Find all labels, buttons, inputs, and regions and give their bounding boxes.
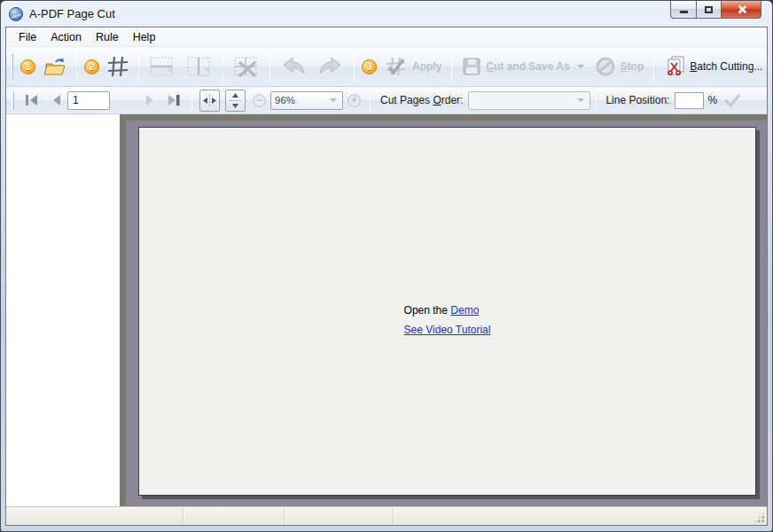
redo-icon: [317, 57, 344, 76]
fit-width-button[interactable]: [199, 90, 220, 112]
toolbar-separator: [191, 90, 192, 110]
chevron-down-icon: [577, 98, 584, 102]
grid-icon: [107, 56, 129, 77]
maximize-icon: [705, 6, 713, 13]
percent-label: %: [707, 94, 717, 106]
status-panel-2: [183, 508, 285, 525]
status-panel-4: [394, 508, 767, 525]
zoom-in-button[interactable]: +: [347, 94, 361, 107]
thumbnail-panel[interactable]: [6, 114, 120, 507]
status-panel-3: [285, 508, 394, 525]
toolbar-separator: [451, 51, 452, 82]
previous-page-icon: [50, 94, 62, 106]
toolbar-separator: [76, 51, 77, 82]
menu-file[interactable]: File: [12, 29, 43, 45]
cut-and-save-as-label: Cut and Save As: [486, 60, 569, 73]
menu-action[interactable]: Action: [43, 29, 89, 45]
minimize-button[interactable]: [670, 1, 696, 19]
open-folder-icon: [43, 57, 66, 76]
welcome-links: Open the Demo See Video Tutorial: [404, 304, 491, 343]
cut-and-save-as-button[interactable]: Cut and Save As: [457, 54, 589, 79]
zoom-out-button[interactable]: −: [253, 94, 266, 107]
step1-badge: 1: [20, 59, 35, 74]
toolbar-separator: [653, 51, 654, 82]
next-page-icon: [144, 94, 156, 106]
pdf-page-canvas[interactable]: Open the Demo See Video Tutorial: [138, 127, 756, 496]
step3-badge: 3: [362, 59, 377, 74]
undo-button[interactable]: [275, 54, 312, 79]
stop-button[interactable]: Stop: [590, 53, 650, 80]
caption-buttons: [670, 1, 761, 19]
fit-height-icon: [230, 93, 241, 108]
preview-area[interactable]: Open the Demo See Video Tutorial: [120, 114, 767, 507]
main-toolbar: 1 2: [6, 47, 767, 87]
toolbar-separator: [269, 51, 270, 82]
step2-badge: 2: [84, 59, 99, 74]
status-panel-1: [6, 508, 183, 525]
open-the-text: Open the: [404, 304, 448, 317]
delete-line-button[interactable]: [228, 53, 265, 80]
menu-help[interactable]: Help: [126, 29, 163, 45]
batch-cutting-icon: [664, 56, 685, 77]
add-cut-lines-button[interactable]: [102, 53, 134, 80]
minimize-icon: [680, 11, 688, 13]
zoom-level-combo[interactable]: 96%: [270, 91, 343, 110]
demo-link[interactable]: Demo: [450, 304, 479, 317]
next-page-button[interactable]: [138, 91, 161, 109]
toolbar-separator: [595, 90, 596, 110]
fit-width-icon: [203, 95, 216, 106]
apply-label: Apply: [412, 60, 441, 73]
batch-cutting-label: Batch Cutting...: [690, 60, 762, 73]
main-area: Open the Demo See Video Tutorial: [6, 114, 767, 507]
window-title: A-PDF Page Cut: [29, 7, 115, 20]
close-icon: [737, 4, 746, 14]
delete-line-icon: [233, 56, 260, 77]
toolbar-separator: [138, 51, 139, 82]
chevron-down-icon: [330, 98, 337, 102]
client-area: File Action Rule Help 1 2: [5, 27, 768, 526]
maximize-button[interactable]: [696, 1, 722, 19]
save-floppy-icon: [462, 57, 481, 76]
video-tutorial-link[interactable]: See Video Tutorial: [404, 324, 491, 336]
page-number-input[interactable]: [67, 91, 110, 110]
toolbar-separator: [354, 51, 355, 82]
add-vertical-line-button[interactable]: [181, 53, 218, 80]
previous-page-button[interactable]: [44, 91, 67, 109]
add-horizontal-line-icon: [149, 56, 176, 77]
close-button[interactable]: [722, 1, 761, 19]
batch-cutting-button[interactable]: Batch Cutting...: [659, 53, 768, 80]
stop-label: Stop: [621, 60, 644, 73]
last-page-button[interactable]: [161, 91, 187, 109]
app-window: A-PDF Page Cut File Action Rule Help 1: [0, 0, 773, 532]
title-bar[interactable]: A-PDF Page Cut: [1, 1, 772, 27]
first-page-button[interactable]: [19, 91, 44, 109]
status-bar: [6, 507, 767, 525]
toolbar-grip[interactable]: [12, 53, 13, 81]
line-position-input[interactable]: [675, 92, 704, 109]
line-position-label: Line Position:: [605, 94, 669, 106]
undo-icon: [280, 57, 307, 76]
menu-rule[interactable]: Rule: [89, 29, 126, 45]
apply-button[interactable]: Apply: [379, 53, 447, 80]
add-vertical-line-icon: [186, 56, 213, 77]
toolbar-grip[interactable]: [12, 91, 14, 110]
zoom-level-value: 96%: [275, 95, 295, 106]
toolbar-separator: [370, 90, 371, 110]
last-page-icon: [167, 94, 182, 106]
cut-pages-order-label: Cut Pages Order:: [380, 94, 463, 106]
apply-grid-check-icon: [385, 56, 408, 77]
cut-save-dropdown-icon: [577, 65, 584, 68]
navigation-toolbar: − 96% + Cut Pages Order: Line Position: …: [6, 87, 767, 114]
stop-icon: [595, 56, 616, 77]
first-page-icon: [24, 94, 39, 106]
minus-icon: −: [256, 95, 262, 106]
redo-button[interactable]: [312, 54, 349, 79]
open-pdf-button[interactable]: [38, 54, 72, 79]
menu-bar: File Action Rule Help: [6, 27, 767, 47]
app-icon: [9, 7, 23, 21]
add-horizontal-line-button[interactable]: [144, 53, 181, 80]
plus-icon: +: [351, 95, 357, 106]
cut-pages-order-combo[interactable]: [468, 91, 590, 110]
confirm-check-icon[interactable]: [722, 93, 742, 107]
fit-height-button[interactable]: [225, 90, 246, 112]
